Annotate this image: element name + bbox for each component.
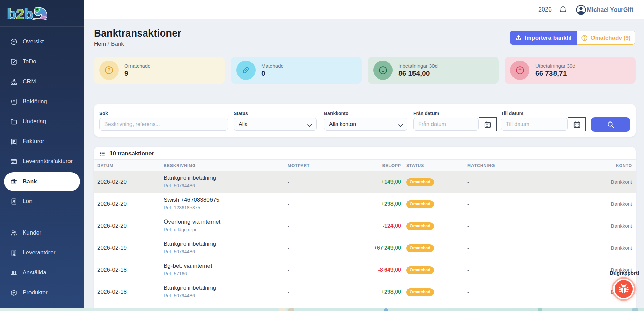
svg-text:b2b: b2b (7, 6, 33, 22)
